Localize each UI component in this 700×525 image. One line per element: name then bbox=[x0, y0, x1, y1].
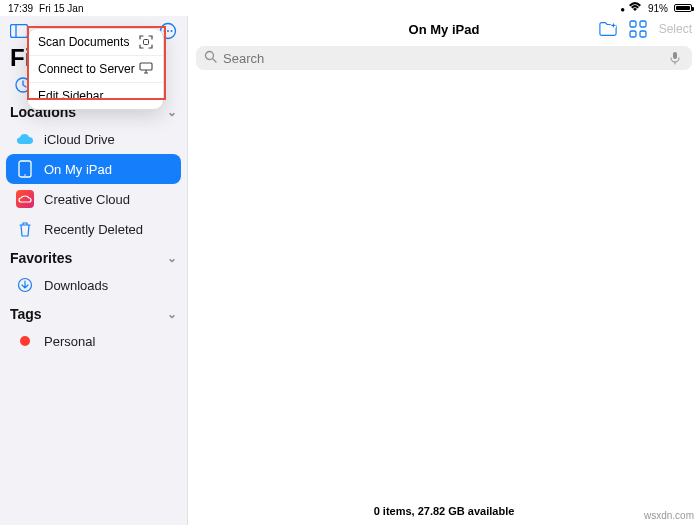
trash-icon bbox=[16, 220, 34, 238]
sidebar-item-tag-personal[interactable]: Personal bbox=[6, 326, 181, 356]
sidebar-item-label: Personal bbox=[44, 334, 95, 349]
search-input[interactable] bbox=[223, 51, 664, 66]
menu-scan-documents[interactable]: Scan Documents bbox=[28, 29, 163, 56]
svg-rect-19 bbox=[144, 40, 149, 45]
svg-rect-0 bbox=[11, 25, 28, 38]
tag-dot-icon bbox=[16, 332, 34, 350]
sidebar-item-icloud[interactable]: iCloud Drive bbox=[6, 124, 181, 154]
chevron-down-icon: ⌄ bbox=[167, 105, 177, 119]
sidebar-item-label: Downloads bbox=[44, 278, 108, 293]
svg-point-4 bbox=[167, 30, 169, 32]
svg-line-17 bbox=[213, 59, 217, 63]
mic-icon[interactable] bbox=[670, 51, 684, 65]
wifi-icon bbox=[620, 2, 642, 14]
chevron-down-icon: ⌄ bbox=[167, 251, 177, 265]
svg-rect-12 bbox=[630, 21, 636, 27]
sidebar-toggle-icon[interactable] bbox=[10, 22, 28, 40]
battery-pct: 91% bbox=[648, 3, 668, 14]
scan-icon bbox=[139, 35, 153, 49]
svg-point-3 bbox=[164, 30, 166, 32]
blank-icon bbox=[139, 89, 153, 103]
sidebar-item-creativecloud[interactable]: Creative Cloud bbox=[6, 184, 181, 214]
sidebar-item-downloads[interactable]: Downloads bbox=[6, 270, 181, 300]
status-bar: 17:39 Fri 15 Jan 91% bbox=[0, 0, 700, 16]
menu-item-label: Scan Documents bbox=[38, 35, 129, 49]
main-pane: On My iPad Select 0 items, 27.82 GB avai… bbox=[188, 16, 700, 525]
svg-point-5 bbox=[171, 30, 173, 32]
footer-status: 0 items, 27.82 GB available bbox=[188, 505, 700, 525]
svg-rect-15 bbox=[640, 31, 646, 37]
cloud-icon bbox=[16, 130, 34, 148]
more-menu-popover: Scan Documents Connect to Server Edit Si… bbox=[27, 28, 164, 110]
svg-rect-20 bbox=[140, 63, 152, 70]
creativecloud-icon bbox=[16, 190, 34, 208]
page-title: On My iPad bbox=[409, 22, 480, 37]
sidebar-item-label: iCloud Drive bbox=[44, 132, 115, 147]
sidebar-item-label: On My iPad bbox=[44, 162, 112, 177]
search-field[interactable] bbox=[196, 46, 692, 70]
svg-rect-14 bbox=[630, 31, 636, 37]
section-tags[interactable]: Tags ⌄ bbox=[0, 300, 187, 326]
menu-edit-sidebar[interactable]: Edit Sidebar bbox=[28, 83, 163, 109]
menu-item-label: Edit Sidebar bbox=[38, 89, 103, 103]
section-label: Tags bbox=[10, 306, 42, 322]
svg-point-8 bbox=[24, 174, 26, 176]
sidebar-item-label: Creative Cloud bbox=[44, 192, 130, 207]
server-icon bbox=[139, 62, 153, 76]
section-favorites[interactable]: Favorites ⌄ bbox=[0, 244, 187, 270]
svg-rect-18 bbox=[673, 52, 677, 59]
svg-rect-13 bbox=[640, 21, 646, 27]
chevron-down-icon: ⌄ bbox=[167, 307, 177, 321]
status-date: Fri 15 Jan bbox=[39, 3, 83, 14]
file-grid bbox=[188, 74, 700, 505]
section-label: Favorites bbox=[10, 250, 72, 266]
search-icon bbox=[204, 50, 217, 66]
new-folder-icon[interactable] bbox=[599, 20, 617, 38]
sidebar-item-recentlydeleted[interactable]: Recently Deleted bbox=[6, 214, 181, 244]
select-button[interactable]: Select bbox=[659, 22, 692, 36]
menu-item-label: Connect to Server bbox=[38, 62, 135, 76]
ipad-icon bbox=[16, 160, 34, 178]
downloads-icon bbox=[16, 276, 34, 294]
sidebar-item-label: Recently Deleted bbox=[44, 222, 143, 237]
status-time: 17:39 bbox=[8, 3, 33, 14]
watermark: wsxdn.com bbox=[644, 510, 694, 521]
menu-connect-server[interactable]: Connect to Server bbox=[28, 56, 163, 83]
view-mode-icon[interactable] bbox=[629, 20, 647, 38]
battery-icon bbox=[674, 4, 692, 12]
sidebar-item-onmyipad[interactable]: On My iPad bbox=[6, 154, 181, 184]
